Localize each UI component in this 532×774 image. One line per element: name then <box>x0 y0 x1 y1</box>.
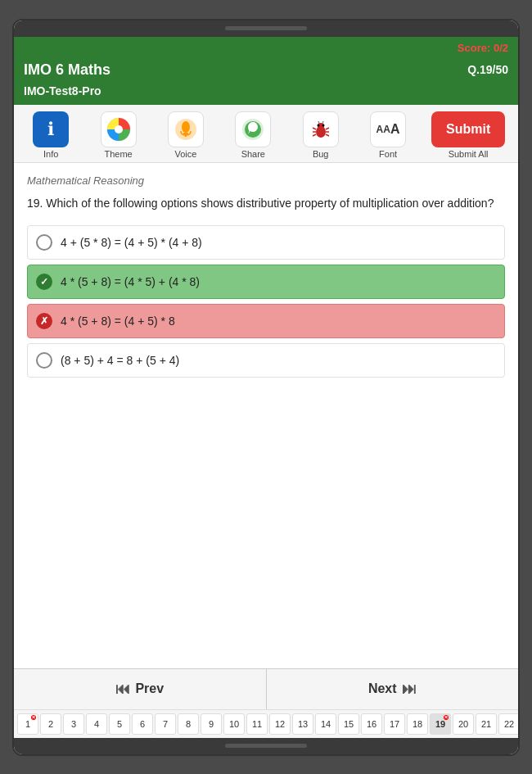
svg-line-12 <box>313 134 316 136</box>
page-3[interactable]: 3 <box>63 713 84 735</box>
theme-label: Theme <box>104 149 132 159</box>
page-1[interactable]: 1× <box>17 713 38 735</box>
page-19[interactable]: 19× <box>430 713 451 735</box>
page-22[interactable]: 22 <box>498 713 518 735</box>
page-9[interactable]: 9 <box>201 713 222 735</box>
page-20[interactable]: 20 <box>453 713 474 735</box>
toolbar-theme[interactable]: Theme <box>84 108 151 162</box>
toolbar-share[interactable]: Share <box>219 108 286 162</box>
option-a-circle <box>36 234 52 251</box>
page-7[interactable]: 7 <box>155 713 176 735</box>
svg-point-17 <box>322 124 324 126</box>
option-a[interactable]: 4 + (5 * 8) = (4 + 5) * (4 + 8) <box>27 225 505 260</box>
option-d-text: (8 + 5) + 4 = 8 + (5 + 4) <box>61 354 179 367</box>
submit-all-label: Submit All <box>449 149 489 159</box>
status-bar: Score: 0/2 <box>14 37 518 60</box>
option-b-circle: ✓ <box>36 274 52 290</box>
toolbar-info[interactable]: ℹ Info <box>17 108 84 162</box>
toolbar: ℹ Info Theme <box>14 105 518 163</box>
page-21[interactable]: 21 <box>476 713 497 735</box>
content-area: Mathematical Reasoning 19. Which of the … <box>14 163 518 668</box>
submit-button[interactable]: Submit <box>431 111 505 147</box>
question-counter: Q.19/50 <box>467 63 508 76</box>
header-row: IMO 6 Maths Q.19/50 <box>14 60 518 84</box>
font-icon: AAA <box>370 111 406 147</box>
svg-line-10 <box>313 128 316 129</box>
question-text: 19. Which of the following options shows… <box>27 195 505 212</box>
pagination-row: 1×2345678910111213141516171819×202122 <box>14 709 518 738</box>
option-c-circle: ✗ <box>36 313 52 329</box>
prev-arrow-icon: ⏮ <box>115 681 130 698</box>
bug-icon <box>303 111 339 147</box>
toolbar-voice[interactable]: Voice <box>152 108 219 162</box>
page-14[interactable]: 14 <box>315 713 336 735</box>
option-d[interactable]: (8 + 5) + 4 = 8 + (5 + 4) <box>27 343 505 378</box>
share-icon <box>235 111 271 147</box>
svg-line-19 <box>322 121 323 124</box>
page-4[interactable]: 4 <box>86 713 107 735</box>
prev-label: Prev <box>135 681 164 696</box>
page-13[interactable]: 13 <box>292 713 313 735</box>
info-icon: ℹ <box>33 111 69 147</box>
toolbar-submit[interactable]: Submit Submit All <box>422 108 515 162</box>
next-arrow-icon: ⏭ <box>402 681 417 698</box>
voice-label: Voice <box>174 149 196 159</box>
svg-line-15 <box>326 134 329 136</box>
voice-icon <box>168 111 204 147</box>
next-button[interactable]: Next ⏭ <box>267 669 519 709</box>
option-b[interactable]: ✓ 4 * (5 + 8) = (4 * 5) + (4 * 8) <box>27 265 505 299</box>
score-text: Score: 0/2 <box>458 42 508 54</box>
page-5[interactable]: 5 <box>109 713 130 735</box>
font-label: Font <box>379 149 397 159</box>
page-17[interactable]: 17 <box>384 713 405 735</box>
page-8[interactable]: 8 <box>178 713 199 735</box>
page-11[interactable]: 11 <box>246 713 268 735</box>
top-notch <box>14 20 518 37</box>
page-2[interactable]: 2 <box>40 713 61 735</box>
next-label: Next <box>368 681 397 696</box>
svg-point-16 <box>317 124 319 126</box>
svg-line-13 <box>326 128 329 129</box>
option-b-text: 4 * (5 + 8) = (4 * 5) + (4 * 8) <box>61 275 200 288</box>
page-6[interactable]: 6 <box>132 713 153 735</box>
bug-label: Bug <box>313 149 329 159</box>
toolbar-font[interactable]: AAA Font <box>354 108 422 162</box>
theme-icon <box>101 111 137 147</box>
bottom-bar <box>14 738 518 754</box>
app-title: IMO 6 Maths <box>24 61 110 79</box>
page-18[interactable]: 18 <box>407 713 428 735</box>
subtitle-text: IMO-Test8-Pro <box>24 84 101 97</box>
toolbar-bug[interactable]: Bug <box>287 108 354 162</box>
section-title: Mathematical Reasoning <box>27 174 505 187</box>
page-12[interactable]: 12 <box>269 713 291 735</box>
page-15[interactable]: 15 <box>338 713 359 735</box>
subtitle-row: IMO-Test8-Pro <box>14 84 518 105</box>
option-d-circle <box>36 352 52 369</box>
share-label: Share <box>241 149 265 159</box>
svg-line-18 <box>318 121 319 124</box>
option-c-text: 4 * (5 + 8) = (4 + 5) * 8 <box>61 315 175 328</box>
page-16[interactable]: 16 <box>361 713 382 735</box>
option-a-text: 4 + (5 * 8) = (4 + 5) * (4 + 8) <box>61 236 202 249</box>
bottom-nav: ⏮ Prev Next ⏭ <box>14 668 518 709</box>
page-10[interactable]: 10 <box>223 713 245 735</box>
option-c[interactable]: ✗ 4 * (5 + 8) = (4 + 5) * 8 <box>27 304 505 338</box>
svg-point-3 <box>182 121 190 133</box>
prev-button[interactable]: ⏮ Prev <box>14 669 267 709</box>
svg-rect-4 <box>183 133 188 134</box>
info-label: Info <box>43 149 58 159</box>
svg-point-1 <box>115 125 123 134</box>
